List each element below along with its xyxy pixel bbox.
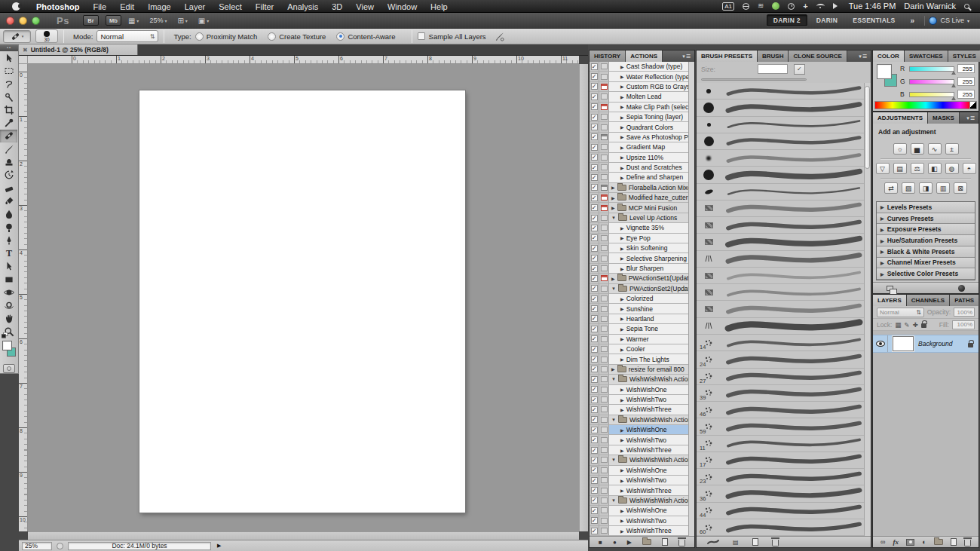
toggle-item-cell[interactable]: ✓ [590, 506, 599, 516]
action-item[interactable]: ✓▶Save As Photoshop PDF [590, 133, 690, 142]
brush-preset-row[interactable] [697, 201, 865, 217]
action-item[interactable]: ✓▶Gradient Map [590, 142, 690, 152]
action-set[interactable]: ✓▼WishWishWish Actions [590, 455, 690, 465]
layers-tab-channels[interactable]: CHANNELS [907, 295, 950, 306]
action-item[interactable]: ✓▶Vignette 35% [590, 223, 690, 233]
dialog-toggle-cell[interactable] [599, 142, 609, 152]
dialog-toggle-cell[interactable] [599, 112, 609, 122]
expand-triangle-icon[interactable]: ▶ [620, 488, 624, 493]
panel-menu-icon[interactable]: ▾☰ [963, 112, 978, 124]
action-set[interactable]: ✓▶resize for email 800 [590, 365, 690, 375]
delete-brush-icon[interactable] [772, 540, 779, 546]
expand-triangle-icon[interactable]: ▶ [620, 387, 624, 392]
move-tool[interactable] [0, 51, 17, 64]
expand-triangle-icon[interactable]: ▼ [611, 498, 616, 503]
action-row-content[interactable]: ▶Custom RGB to Graysc... [609, 82, 690, 92]
action-row-content[interactable]: ▶Heartland [609, 314, 690, 324]
action-set[interactable]: ✓▶Florabella Action Mixer [590, 183, 690, 193]
action-row-content[interactable]: ▶WishWishOne [609, 466, 690, 476]
dialog-toggle-cell[interactable] [599, 72, 609, 81]
history-brush-tool[interactable] [0, 169, 17, 182]
toggle-item-cell[interactable]: ✓ [590, 344, 599, 354]
panel-grip[interactable]: •• [0, 45, 18, 51]
dodge-tool[interactable] [0, 221, 17, 234]
dialog-toggle-cell[interactable] [599, 304, 609, 314]
dialog-toggle-cell[interactable] [599, 92, 609, 102]
lock-position-icon[interactable]: ✚ [912, 321, 917, 329]
panel-menu-icon[interactable]: ▾☰ [856, 51, 871, 62]
action-item[interactable]: ✓▶Sepia Tone [590, 324, 690, 334]
action-item[interactable]: ✓▶Blur Sharpen [590, 264, 690, 274]
toggle-item-cell[interactable]: ✓ [590, 496, 599, 506]
toggle-item-cell[interactable]: ✓ [590, 304, 599, 314]
globe-icon[interactable] [743, 3, 749, 10]
dialog-toggle-cell[interactable] [599, 223, 609, 233]
black-white-ramp[interactable] [969, 102, 976, 109]
selective-color-icon[interactable]: ⊠ [954, 182, 967, 194]
action-item[interactable]: ✓▶Colorized [590, 294, 690, 304]
close-window-button[interactable] [6, 17, 14, 25]
action-item[interactable]: ✓▶WishWishThree [590, 526, 690, 536]
dialog-toggle-cell[interactable] [599, 526, 609, 536]
action-item[interactable]: ✓▶WishWishThree [590, 405, 690, 415]
toggle-item-cell[interactable]: ✓ [590, 466, 599, 476]
brush-preset-row[interactable]: 24 [697, 351, 865, 368]
action-item[interactable]: ✓▶Cast Shadow (type) [590, 62, 690, 72]
dialog-toggle-cell[interactable] [599, 153, 609, 163]
brush-tab-brush[interactable]: BRUSH [758, 51, 789, 62]
expand-triangle-icon[interactable]: ▶ [620, 145, 624, 150]
crop-tool[interactable] [0, 103, 17, 116]
new-action-icon[interactable] [662, 538, 668, 546]
default-colors-icon[interactable] [2, 332, 8, 338]
dialog-toggle-cell[interactable] [599, 82, 609, 92]
volume-icon[interactable] [833, 3, 841, 9]
color-tab-swatches[interactable]: SWATCHES [905, 51, 948, 62]
apple-menu-icon[interactable] [12, 2, 20, 11]
action-row-content[interactable]: ▶Gradient Map [609, 142, 690, 152]
black-white-icon[interactable]: ◧ [928, 163, 942, 174]
actions-tab-actions[interactable]: ACTIONS [626, 51, 663, 62]
brush-preset-row[interactable] [697, 167, 865, 183]
mode-dropdown[interactable]: Normal⇅ [96, 30, 158, 42]
action-item[interactable]: ✓▶Quadrant Colors [590, 122, 690, 132]
exposure-icon[interactable]: ± [945, 143, 959, 155]
action-item[interactable]: ✓▶Eye Pop [590, 234, 690, 243]
brush-preset-row[interactable]: 17 [697, 452, 865, 469]
toggle-item-cell[interactable]: ✓ [590, 365, 599, 375]
brush-preset-row[interactable]: 46 [697, 402, 865, 418]
toggle-item-cell[interactable]: ✓ [590, 122, 599, 132]
action-row-content[interactable]: ▶Skin Softening [609, 243, 690, 253]
link-layers-icon[interactable]: ∞ [880, 538, 885, 546]
action-item[interactable]: ✓▶WishWishThree [590, 485, 690, 495]
action-row-content[interactable]: ▶WishWishOne [609, 506, 690, 516]
expand-triangle-icon[interactable]: ▶ [611, 185, 615, 190]
brush-preset-row[interactable] [697, 117, 865, 133]
brush-preset-row[interactable] [697, 301, 865, 317]
dialog-toggle-cell[interactable] [599, 425, 609, 435]
expand-triangle-icon[interactable]: ▶ [620, 104, 624, 109]
expand-triangle-icon[interactable]: ▶ [611, 205, 615, 210]
action-item[interactable]: ✓▶WishWishOne [590, 466, 690, 476]
toggle-item-cell[interactable]: ✓ [590, 253, 599, 263]
delete-layer-icon[interactable] [964, 540, 971, 546]
action-set[interactable]: ✓▼WishWishWish Actions [590, 496, 690, 506]
expand-triangle-icon[interactable]: ▶ [620, 407, 624, 412]
dialog-toggle-cell[interactable] [599, 193, 609, 203]
brush-preset-row[interactable]: 11 [697, 436, 865, 452]
photo-filter-icon[interactable]: ◍ [945, 163, 959, 174]
gradient-map-icon[interactable]: ▥ [936, 182, 950, 194]
toggle-item-cell[interactable]: ✓ [590, 72, 599, 81]
minimize-window-button[interactable] [19, 17, 27, 25]
toggle-item-cell[interactable]: ✓ [590, 213, 599, 223]
action-item[interactable]: ✓▶Dust and Scratches [590, 163, 690, 173]
action-row-content[interactable]: ▶Selective Sharpening [609, 253, 690, 263]
brush-size-picker[interactable]: 30 [35, 29, 58, 43]
toggle-item-cell[interactable]: ✓ [590, 163, 599, 173]
rectangular-marquee-tool[interactable] [0, 64, 17, 77]
expand-triangle-icon[interactable]: ▶ [620, 155, 624, 160]
brush-preset-row[interactable]: 44 [697, 503, 865, 519]
action-set[interactable]: ✓▼Level Up Actions [590, 213, 690, 223]
action-row-content[interactable]: ▶Sepia Toning (layer) [609, 112, 690, 122]
toggle-item-cell[interactable]: ✓ [590, 516, 599, 526]
expand-triangle-icon[interactable]: ▶ [620, 528, 624, 534]
